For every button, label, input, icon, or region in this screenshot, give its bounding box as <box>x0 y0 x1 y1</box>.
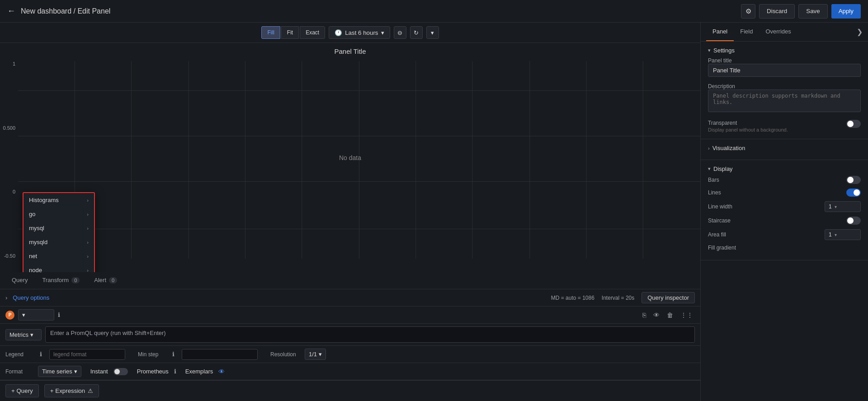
fill-gradient-row: Fill gradient <box>708 245 861 251</box>
tab-overrides[interactable]: Overrides <box>759 23 797 41</box>
y-label-4: -0.50 <box>4 253 15 259</box>
minstep-info-icon[interactable]: ℹ <box>172 351 175 358</box>
dropdown-item-histograms[interactable]: Histograms › <box>24 193 94 207</box>
instant-toggle[interactable] <box>113 368 128 375</box>
discard-button[interactable]: Discard <box>759 4 795 19</box>
tab-alert[interactable]: Alert 0 <box>88 272 123 289</box>
metrics-arrow: ▾ <box>30 331 33 338</box>
datasource-info-icon[interactable]: ℹ <box>58 311 60 318</box>
datasource-eye-button[interactable]: 👁 <box>651 310 661 321</box>
settings-button[interactable]: ⚙ <box>741 4 755 19</box>
time-range-button[interactable]: 🕐 Last 6 hours ▾ <box>329 26 390 39</box>
line-width-row: Line width 1 ▾ <box>708 201 861 212</box>
dropdown-chevron-icon: › <box>87 254 89 259</box>
lines-row: Lines <box>708 189 861 197</box>
bars-toggle-thumb <box>847 177 854 183</box>
add-query-button[interactable]: + Query <box>5 384 39 397</box>
save-button[interactable]: Save <box>798 4 827 19</box>
display-section-header[interactable]: ▾ Display <box>708 165 861 176</box>
apply-button[interactable]: Apply <box>831 4 861 19</box>
display-chevron-icon: ▾ <box>708 166 711 172</box>
visualization-label: Visualization <box>712 145 745 151</box>
dropdown-item-net[interactable]: net › <box>24 249 94 263</box>
visualization-chevron-icon: › <box>708 146 710 151</box>
dropdown-item-go[interactable]: go › <box>24 207 94 221</box>
dropdown-chevron-icon: › <box>87 212 89 217</box>
minstep-input[interactable] <box>182 349 258 360</box>
y-label-1: 1 <box>13 61 15 66</box>
bars-row: Bars <box>708 176 861 184</box>
panel-title-label: Panel title <box>708 57 762 64</box>
area-fill-select[interactable]: 1 ▾ <box>825 229 861 240</box>
tab-transform[interactable]: Transform 0 <box>36 272 86 289</box>
format-select[interactable]: Time series ▾ <box>38 366 81 377</box>
warn-icon: ⚠ <box>88 387 93 394</box>
tab-panel[interactable]: Panel <box>706 23 734 41</box>
staircase-toggle[interactable] <box>846 217 861 225</box>
top-bar-left: ← New dashboard / Edit Panel <box>7 6 110 16</box>
description-textarea[interactable] <box>708 90 861 112</box>
transparent-toggle[interactable] <box>846 120 861 128</box>
fill-gradient-label: Fill gradient <box>708 245 736 251</box>
resolution-select[interactable]: 1/1 ▾ <box>305 349 326 360</box>
transparent-toggle-thumb <box>847 121 854 127</box>
datasource-select[interactable]: ▾ <box>18 309 54 321</box>
bars-label: Bars <box>708 177 719 183</box>
query-options-expand-icon[interactable]: › <box>5 294 7 301</box>
lines-toggle-thumb <box>854 189 860 196</box>
legend-format-input[interactable] <box>49 349 125 360</box>
minstep-label: Min step <box>138 351 165 358</box>
clock-icon: 🕐 <box>335 29 342 36</box>
visualization-section-header[interactable]: › Visualization <box>708 144 861 155</box>
more-options-button[interactable]: ▾ <box>426 26 439 39</box>
legend-row: Legend ℹ Min step ℹ Resolution 1/1 ▾ <box>0 346 700 363</box>
line-width-label: Line width <box>708 203 732 210</box>
add-expression-button[interactable]: + Expression ⚠ <box>44 384 99 397</box>
dropdown-item-mysqld[interactable]: mysqld › <box>24 235 94 249</box>
query-tabs: Query Transform 0 Alert 0 <box>0 272 700 289</box>
dropdown-item-mysql[interactable]: mysql › <box>24 221 94 235</box>
time-range-label: Last 6 hours <box>345 29 378 36</box>
exact-button[interactable]: Exact <box>300 26 325 39</box>
datasource-drag-button[interactable]: ⋮⋮ <box>679 310 695 321</box>
datasource-copy-button[interactable]: ⎘ <box>641 310 648 321</box>
prometheus-info-icon[interactable]: ℹ <box>174 368 176 375</box>
datasource-delete-button[interactable]: 🗑 <box>665 310 675 321</box>
query-input[interactable]: Enter a PromQL query (run with Shift+Ent… <box>45 326 695 343</box>
top-bar: ← New dashboard / Edit Panel ⚙ Discard S… <box>0 0 868 23</box>
center-panel: Fill Fit Exact 🕐 Last 6 hours ▾ ⊖ ↻ ▾ Pa… <box>0 23 701 401</box>
chart-area: Panel Title 1 0.500 0 -0.50 <box>0 43 700 272</box>
metrics-select[interactable]: Metrics ▾ <box>5 329 42 340</box>
lines-toggle[interactable] <box>846 189 861 197</box>
fill-button[interactable]: Fill <box>261 26 280 39</box>
back-button[interactable]: ← <box>7 6 15 16</box>
tab-query[interactable]: Query <box>5 272 34 289</box>
query-editor-area: › Query options MD = auto = 1086 Interva… <box>0 289 700 380</box>
exemplars-eye-icon[interactable]: 👁 <box>218 368 225 375</box>
format-row: Format Time series ▾ Instant Prometheus … <box>0 363 700 380</box>
panel-expand-button[interactable]: ❯ <box>857 28 863 36</box>
instant-toggle-track[interactable] <box>113 368 128 375</box>
interval-info: Interval = 20s <box>602 295 634 301</box>
fit-button[interactable]: Fit <box>281 26 299 39</box>
zoom-button-group: Fill Fit Exact <box>261 26 325 39</box>
y-label-2: 0.500 <box>3 125 15 131</box>
settings-section-header[interactable]: ▾ Settings <box>708 46 861 57</box>
format-value: Time series <box>42 368 72 375</box>
query-inspector-button[interactable]: Query inspector <box>642 292 695 303</box>
bars-toggle[interactable] <box>846 176 861 184</box>
visualization-section: › Visualization <box>701 139 868 160</box>
refresh-button[interactable]: ↻ <box>410 26 423 39</box>
area-fill-value: 1 <box>829 231 832 238</box>
line-width-select[interactable]: 1 ▾ <box>825 201 861 212</box>
panel-title-input[interactable] <box>708 64 861 77</box>
zoom-out-button[interactable]: ⊖ <box>394 26 406 39</box>
alert-badge: 0 <box>109 277 117 283</box>
chart-toolbar: Fill Fit Exact 🕐 Last 6 hours ▾ ⊖ ↻ ▾ <box>0 23 700 43</box>
legend-info-icon[interactable]: ℹ <box>40 351 42 358</box>
query-options-toggle[interactable]: Query options <box>13 294 49 301</box>
tab-field[interactable]: Field <box>734 23 759 41</box>
chevron-down-icon: ▾ <box>381 29 384 36</box>
dropdown-chevron-icon: › <box>87 226 89 231</box>
dropdown-item-node[interactable]: node › <box>24 263 94 272</box>
